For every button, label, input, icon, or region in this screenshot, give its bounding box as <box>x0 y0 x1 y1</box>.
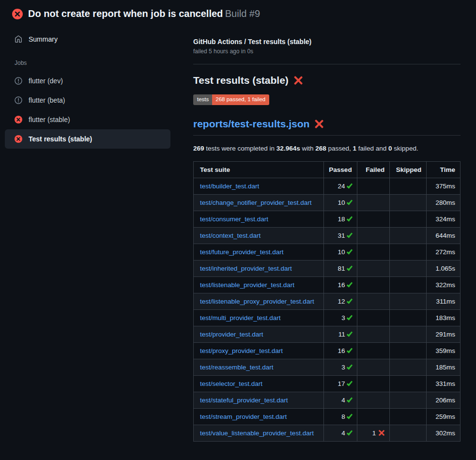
suite-link[interactable]: test/listenable_provider_test.dart <box>200 281 294 289</box>
suite-link[interactable]: test/multi_provider_test.dart <box>200 314 281 322</box>
suite-link[interactable]: test/stream_provider_test.dart <box>200 413 287 420</box>
report-link[interactable]: reports/test-results.json <box>193 118 309 130</box>
table-header-row: Test suitePassedFailedSkippedTime <box>194 161 461 178</box>
suite-link[interactable]: test/value_listenable_provider_test.dart <box>200 429 314 437</box>
sidebar-job-item[interactable]: Test results (stable) <box>5 129 170 149</box>
passed-count: 18 <box>338 215 345 223</box>
report-title-row: reports/test-results.json <box>193 118 461 136</box>
table-row: test/future_provider_test.dart10272ms <box>194 244 461 260</box>
suite-cell: test/future_provider_test.dart <box>194 244 324 260</box>
x-mark-icon <box>294 76 303 85</box>
sidebar-job-item[interactable]: flutter (beta) <box>5 91 170 110</box>
suite-link[interactable]: test/builder_test.dart <box>200 183 259 190</box>
failed-cell <box>357 227 390 244</box>
passed-cell: 81 <box>323 260 357 276</box>
skipped-cell <box>390 392 427 408</box>
passed-cell: 16 <box>323 342 357 359</box>
passed-count: 12 <box>338 298 345 305</box>
check-mark-icon <box>346 429 352 435</box>
failed-cell <box>357 342 390 359</box>
check-mark-icon <box>346 182 352 188</box>
check-mark-icon <box>346 231 352 238</box>
time-cell: 259ms <box>427 408 461 425</box>
jobs-section-label: Jobs <box>15 60 170 66</box>
check-title-row: Test results (stable) <box>193 75 461 86</box>
time-cell: 311ms <box>427 293 461 309</box>
summary-segment: tests were completed in <box>204 145 276 152</box>
suite-link[interactable]: test/future_provider_test.dart <box>200 248 284 256</box>
check-mark-icon <box>346 413 352 419</box>
build-number: Build #9 <box>225 8 260 19</box>
check-breadcrumb: GitHub Actions / Test results (stable) <box>193 38 461 46</box>
summary-label: Summary <box>29 35 58 43</box>
skipped-cell <box>390 194 427 211</box>
failed-count: 1 <box>372 429 376 437</box>
suite-link[interactable]: test/listenable_proxy_provider_test.dart <box>200 298 314 305</box>
home-icon <box>15 35 22 43</box>
passed-cell: 11 <box>323 326 357 342</box>
suite-cell: test/listenable_provider_test.dart <box>194 276 324 293</box>
passed-count: 31 <box>338 232 345 239</box>
failed-cell <box>357 408 390 425</box>
passed-count: 81 <box>338 265 345 272</box>
exclamation-circle-icon <box>15 96 22 104</box>
sidebar-item-summary[interactable]: Summary <box>5 30 170 49</box>
table-row: test/inherited_provider_test.dart811.065… <box>194 260 461 276</box>
skipped-cell <box>390 260 427 276</box>
time-cell: 331ms <box>427 375 461 392</box>
suite-cell: test/stateful_provider_test.dart <box>194 392 324 408</box>
badge-value: 268 passed, 1 failed <box>212 94 269 105</box>
summary-segment: passed, <box>326 145 353 152</box>
time-cell: 185ms <box>427 359 461 375</box>
failed-cell <box>357 359 390 375</box>
table-row: test/consumer_test.dart18324ms <box>194 211 461 227</box>
passed-cell: 17 <box>323 375 357 392</box>
suite-link[interactable]: test/selector_test.dart <box>200 380 262 387</box>
suite-link[interactable]: test/context_test.dart <box>200 232 261 239</box>
time-cell: 359ms <box>427 342 461 359</box>
skipped-cell <box>390 178 427 194</box>
check-mark-icon <box>346 396 352 402</box>
passed-count: 11 <box>338 331 345 338</box>
suite-link[interactable]: test/change_notifier_provider_test.dart <box>200 199 311 206</box>
table-row: test/stream_provider_test.dart8259ms <box>194 408 461 425</box>
check-mark-icon <box>346 330 352 337</box>
suite-cell: test/context_test.dart <box>194 227 324 244</box>
table-row: test/builder_test.dart24375ms <box>194 178 461 194</box>
sidebar-job-item[interactable]: flutter (stable) <box>5 110 170 129</box>
suite-link[interactable]: test/inherited_provider_test.dart <box>200 265 292 272</box>
time-cell: 322ms <box>427 276 461 293</box>
check-status-line: failed 5 hours ago in 0s <box>193 48 461 55</box>
suite-cell: test/multi_provider_test.dart <box>194 309 324 326</box>
check-mark-icon <box>346 264 352 271</box>
sidebar-job-item[interactable]: flutter (dev) <box>5 71 170 91</box>
suite-cell: test/inherited_provider_test.dart <box>194 260 324 276</box>
time-cell: 644ms <box>427 227 461 244</box>
passed-count: 16 <box>338 281 345 289</box>
table-row: test/value_listenable_provider_test.dart… <box>194 425 461 441</box>
passed-count: 17 <box>338 380 345 387</box>
check-mark-icon <box>346 314 352 320</box>
table-row: test/change_notifier_provider_test.dart1… <box>194 194 461 211</box>
suite-link[interactable]: test/proxy_provider_test.dart <box>200 347 283 354</box>
passed-cell: 24 <box>323 178 357 194</box>
suite-cell: test/change_notifier_provider_test.dart <box>194 194 324 211</box>
skipped-cell <box>390 425 427 441</box>
x-circle-icon <box>12 9 23 19</box>
suite-link[interactable]: test/provider_test.dart <box>200 331 263 338</box>
failed-cell <box>357 309 390 326</box>
suite-link[interactable]: test/consumer_test.dart <box>200 215 268 223</box>
check-mark-icon <box>346 380 352 386</box>
x-mark-icon <box>315 120 323 128</box>
passed-cell: 4 <box>323 425 357 441</box>
suite-cell: test/selector_test.dart <box>194 375 324 392</box>
suite-link[interactable]: test/stateful_provider_test.dart <box>200 397 288 404</box>
failed-cell <box>357 392 390 408</box>
table-row: test/proxy_provider_test.dart16359ms <box>194 342 461 359</box>
column-header: Time <box>427 161 461 178</box>
suite-link[interactable]: test/reassemble_test.dart <box>200 364 274 371</box>
passed-cell: 18 <box>323 211 357 227</box>
table-row: test/provider_test.dart11291ms <box>194 326 461 342</box>
table-row: test/listenable_provider_test.dart16322m… <box>194 276 461 293</box>
suite-cell: test/provider_test.dart <box>194 326 324 342</box>
